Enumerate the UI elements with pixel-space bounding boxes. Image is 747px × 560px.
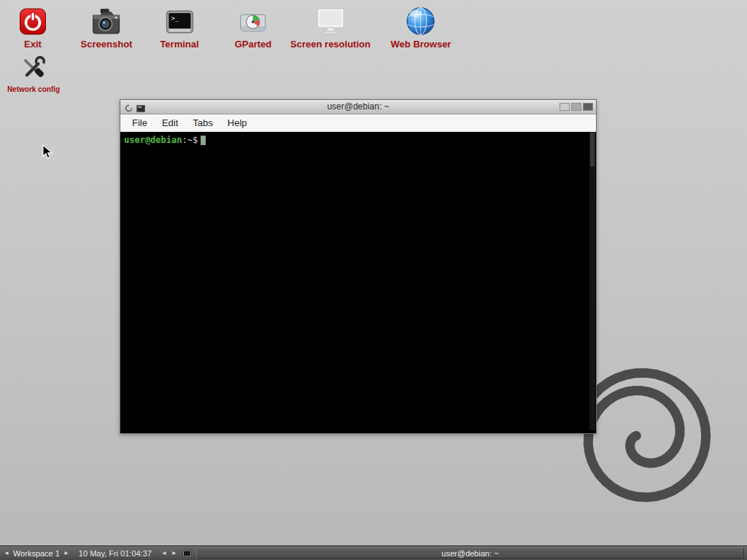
globe-icon xyxy=(406,3,436,36)
desktop-icon-label: Terminal xyxy=(160,39,198,50)
terminal-icon: >_ xyxy=(165,3,194,36)
window-title: user@debian: ~ xyxy=(120,101,596,112)
desktop-icon-screenshot[interactable]: Screenshot xyxy=(81,3,133,50)
mouse-cursor xyxy=(42,144,54,163)
disk-partition-icon xyxy=(238,3,268,36)
task-button[interactable]: user@debian: ~ xyxy=(196,548,744,559)
desktop: Exit Screenshot >_ Terminal xyxy=(0,0,747,560)
svg-text:>_: >_ xyxy=(171,15,179,22)
power-icon xyxy=(19,3,47,36)
desktop-icon-label: GParted xyxy=(235,39,272,50)
prompt-path: :~$ xyxy=(182,135,198,145)
desktop-icon-label: Web Browser xyxy=(391,39,452,50)
prompt-user: user@debian xyxy=(124,135,182,145)
tasklist-prev-arrow[interactable]: ◄ xyxy=(159,550,169,556)
taskbar: ◄ Workspace 1 ► 10 May, Fri 01:04:37 ◄ ►… xyxy=(0,545,747,560)
desktop-icon-label: Network config xyxy=(7,85,60,93)
terminal-window[interactable]: user@debian: ~ File Edit Tabs Help user@… xyxy=(120,99,597,434)
task-button-label: user@debian: ~ xyxy=(441,549,498,558)
menu-help[interactable]: Help xyxy=(220,115,255,131)
terminal-menubar: File Edit Tabs Help xyxy=(120,114,596,132)
terminal-screen[interactable]: user@debian:~$ xyxy=(121,132,595,430)
tools-icon xyxy=(19,54,48,83)
workspace-prev-arrow[interactable]: ◄ xyxy=(1,550,12,556)
desktop-icon-screen-resolution[interactable]: Screen resolution xyxy=(290,3,371,50)
terminal-scrollbar[interactable] xyxy=(589,132,595,430)
desktop-icon-gparted[interactable]: GParted xyxy=(235,3,272,50)
close-button[interactable] xyxy=(583,103,593,111)
window-titlebar[interactable]: user@debian: ~ xyxy=(120,100,596,114)
task-app-icon[interactable] xyxy=(179,549,195,558)
desktop-icon-network-config[interactable]: Network config xyxy=(7,54,60,93)
desktop-icon-exit[interactable]: Exit xyxy=(19,3,47,50)
desktop-icon-terminal[interactable]: >_ Terminal xyxy=(160,3,198,50)
desktop-icon-label: Screen resolution xyxy=(290,39,371,50)
tasklist-next-arrow[interactable]: ► xyxy=(169,550,179,556)
terminal-prompt-line: user@debian:~$ xyxy=(121,132,595,145)
workspace-next-arrow[interactable]: ► xyxy=(61,550,71,556)
monitor-icon xyxy=(314,3,347,36)
workspace-label[interactable]: Workspace 1 xyxy=(12,549,61,558)
menu-edit[interactable]: Edit xyxy=(155,115,185,131)
scrollbar-thumb[interactable] xyxy=(590,133,595,166)
camera-icon xyxy=(90,3,123,36)
desktop-icon-label: Screenshot xyxy=(81,39,133,50)
terminal-cursor xyxy=(201,136,206,145)
menu-file[interactable]: File xyxy=(125,115,155,131)
clock: 10 May, Fri 01:04:37 xyxy=(71,549,159,558)
maximize-button[interactable] xyxy=(571,103,581,111)
menu-tabs[interactable]: Tabs xyxy=(185,115,220,131)
desktop-icon-web-browser[interactable]: Web Browser xyxy=(391,3,452,50)
minimize-button[interactable] xyxy=(560,103,570,111)
desktop-icon-label: Exit xyxy=(24,39,42,50)
